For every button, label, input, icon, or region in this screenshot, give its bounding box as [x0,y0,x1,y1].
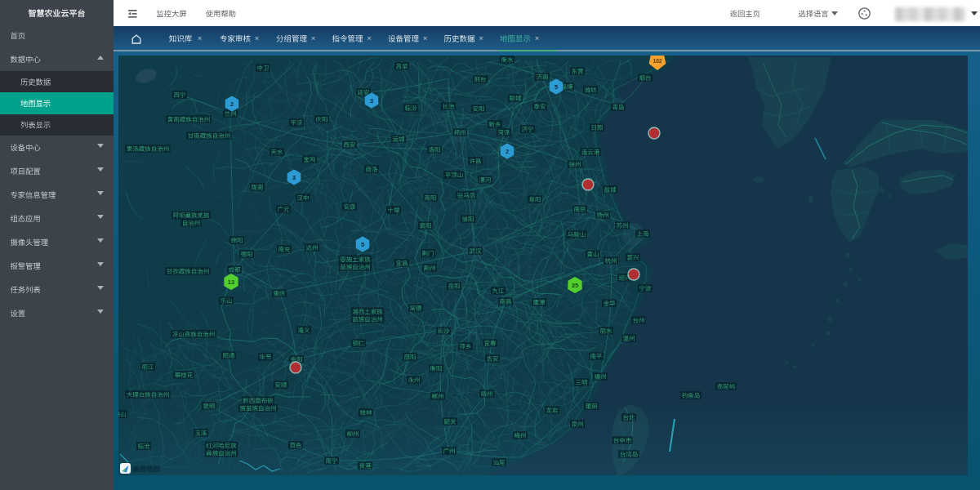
svg-text:×: × [311,33,316,42]
svg-text:3: 3 [370,97,373,105]
svg-text:×: × [423,33,428,42]
svg-text:×: × [479,33,483,42]
svg-text:35: 35 [572,282,578,289]
svg-text:13: 13 [228,278,234,286]
svg-text:2: 2 [506,148,509,155]
svg-text:×: × [255,33,260,42]
svg-text:102: 102 [653,58,662,64]
svg-text:×: × [198,33,203,42]
svg-text:2: 2 [230,100,234,108]
svg-text:3: 3 [292,174,296,181]
svg-text:5: 5 [361,241,364,248]
svg-text:×: × [535,33,540,42]
svg-text:×: × [367,33,372,42]
svg-text:5: 5 [555,83,558,91]
